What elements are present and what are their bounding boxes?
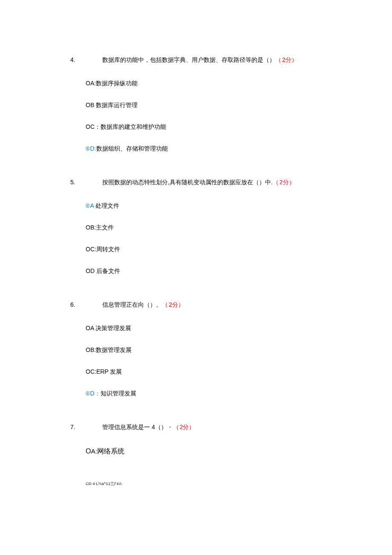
option-D[interactable]: ®D:数据组织、存储和管理功能 [86,144,392,153]
options-list: ®A 处理文件OB:主文件OC:周转文件OD 后备文件 [70,201,392,276]
option-letter: B: [90,346,96,353]
points-label: 2分） [169,301,184,308]
radio-unselected-icon: O [86,368,90,375]
option-D[interactable]: OD 后备文件 [86,267,392,276]
radio-selected-icon: ® [86,390,90,397]
question-text: 按照数据的动态特性划分,具有随机变动属性的数据应放在（）中. [102,179,273,186]
radio-unselected-icon: O [86,80,90,87]
option-letter: C: [90,246,96,253]
option-letter: D: [90,145,96,152]
question-header: 5.按照数据的动态特性划分,具有随机变动属性的数据应放在（）中.（2分） [70,178,392,187]
points-label: 2分） [280,179,295,186]
question-number: 7. [70,423,102,432]
footer-code: CD·4·L½a^11三Γ4A· [0,481,392,487]
option-C[interactable]: OC：数据库的建立和维护功能 [86,122,392,131]
option-A[interactable]: ®A 处理文件 [86,201,392,210]
points-open-paren: （ [173,424,179,430]
option-letter: A: [91,447,97,455]
radio-unselected-icon: O [86,325,90,331]
option-letter: D [90,267,96,274]
points-open-paren: （ [275,56,281,63]
question-header: 4.数据库的功能中，包括数据字典、用户数据、存取路径等的是（）（2分） [70,55,392,64]
option-letter: B [90,102,96,108]
option-text: 决策管理发展 [95,325,131,331]
question-text-wrap: 数据库的功能中，包括数据字典、用户数据、存取路径等的是（）（2分） [102,55,297,64]
option-letter: B: [90,224,96,231]
question-number: 4. [70,55,102,64]
options-list: OA:网络系统 [70,446,392,456]
question-header: 6.信息管理正在向（）。（2分） [70,300,392,309]
option-C[interactable]: OC:周转文件 [86,245,392,254]
option-B[interactable]: OB:数据管理发展 [86,346,392,355]
options-list: OA:数据序操纵功能OB 数据库运行管理OC：数据库的建立和维护功能®D:数据组… [70,79,392,153]
question-header: 7.管理信息系统是一 4（）・（2分） [70,423,392,432]
option-B[interactable]: OB 数据库运行管理 [86,101,392,110]
option-text: 处理文件 [95,202,119,209]
option-text: 数据序操纵功能 [96,80,138,87]
question-number: 6. [70,300,102,309]
question-text: 数据库的功能中，包括数据字典、用户数据、存取路径等的是（） [102,56,275,63]
question-7: 7.管理信息系统是一 4（）・（2分）OA:网络系统 [0,423,392,456]
option-letter: D： [90,390,101,397]
option-text: 主文件 [96,224,114,231]
points-label: 2分） [180,424,195,430]
radio-selected-icon: ® [86,145,90,152]
radio-unselected-icon: O [86,447,91,455]
options-list: OA 决策管理发展OB:数据管理发展OC:ERP 发展®D：知识管理发展 [70,324,392,398]
question-number: 5. [70,178,102,187]
option-D[interactable]: ®D：知识管理发展 [86,389,392,398]
question-text-wrap: 信息管理正在向（）。（2分） [102,300,184,309]
radio-unselected-icon: O [86,346,90,353]
radio-unselected-icon: O [86,246,90,253]
option-A[interactable]: OA:网络系统 [86,446,392,456]
radio-unselected-icon: O [86,123,90,130]
points-open-paren: （ [162,301,168,308]
radio-unselected-icon: O [86,224,90,231]
option-letter: A: [90,80,96,87]
question-5: 5.按照数据的动态特性划分,具有随机变动属性的数据应放在（）中.（2分）®A 处… [0,178,392,276]
points-open-paren: （ [273,179,279,186]
points-label: 2分） [282,56,297,63]
option-text: 知识管理发展 [101,390,136,397]
option-text: ERP 发展 [96,368,122,375]
question-6: 6.信息管理正在向（）。（2分）OA 决策管理发展OB:数据管理发展OC:ERP… [0,300,392,398]
option-letter: C： [90,123,101,130]
question-text-wrap: 按照数据的动态特性划分,具有随机变动属性的数据应放在（）中.（2分） [102,178,295,187]
question-text: 管理信息系统是一 4（）・ [102,424,173,430]
option-text: 数据库的建立和维护功能 [101,123,166,130]
option-text: 网络系统 [97,447,124,455]
option-A[interactable]: OA 决策管理发展 [86,324,392,333]
option-text: 数据库运行管理 [96,102,138,108]
option-text: 数据组织、存储和管理功能 [96,145,168,152]
option-text: 后备文件 [96,267,120,274]
option-C[interactable]: OC:ERP 发展 [86,367,392,376]
option-letter: A [90,202,95,209]
option-A[interactable]: OA:数据序操纵功能 [86,79,392,88]
question-text-wrap: 管理信息系统是一 4（）・（2分） [102,423,195,432]
question-text: 信息管理正在向（）。 [102,301,162,308]
option-B[interactable]: OB:主文件 [86,223,392,232]
option-letter: C: [90,368,96,375]
option-text: 周转文件 [96,246,120,253]
radio-selected-icon: ® [86,203,90,209]
radio-unselected-icon: O [86,267,90,274]
question-4: 4.数据库的功能中，包括数据字典、用户数据、存取路径等的是（）（2分）OA:数据… [0,55,392,153]
option-text: 数据管理发展 [96,346,132,353]
option-letter: A [90,325,95,331]
radio-unselected-icon: O [86,102,90,108]
